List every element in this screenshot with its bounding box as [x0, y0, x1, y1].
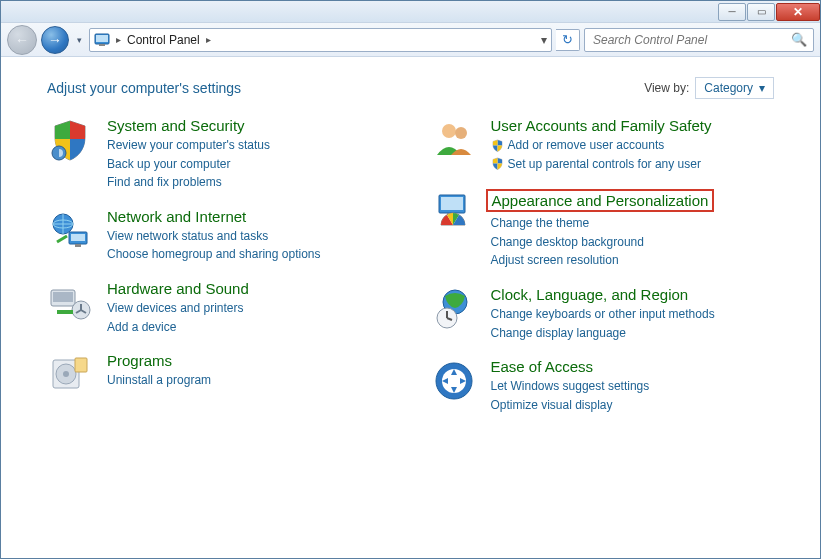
minimize-button[interactable]: ─: [718, 3, 746, 21]
back-button[interactable]: ←: [7, 25, 37, 55]
chevron-down-icon: ▾: [759, 81, 765, 95]
page-title: Adjust your computer's settings: [47, 80, 241, 96]
category-network-and-internet: Network and InternetView network status …: [47, 208, 391, 264]
svg-point-17: [442, 124, 456, 138]
category-sublink-label: View devices and printers: [107, 299, 244, 318]
search-box[interactable]: 🔍: [584, 28, 814, 52]
ease-icon[interactable]: [431, 358, 477, 404]
category-sublink[interactable]: Change desktop background: [491, 233, 715, 252]
category-sublink-label: Let Windows suggest settings: [491, 377, 650, 396]
category-sublink[interactable]: Set up parental controls for any user: [491, 155, 712, 174]
category-appearance-and-personalization: Appearance and PersonalizationChange the…: [431, 189, 775, 270]
category-body: Network and InternetView network status …: [107, 208, 320, 264]
category-sublink[interactable]: Find and fix problems: [107, 173, 270, 192]
content-header: Adjust your computer's settings View by:…: [47, 77, 774, 99]
category-sublink-label: View network status and tasks: [107, 227, 268, 246]
category-sublink[interactable]: View network status and tasks: [107, 227, 320, 246]
category-clock-language-and-region: Clock, Language, and RegionChange keyboa…: [431, 286, 775, 342]
address-dropdown-icon[interactable]: ▾: [541, 33, 547, 47]
close-button[interactable]: ✕: [776, 3, 820, 21]
forward-button[interactable]: →: [41, 26, 69, 54]
svg-rect-1: [96, 35, 108, 42]
category-sublink-label: Change desktop background: [491, 233, 644, 252]
category-title-link[interactable]: Programs: [107, 352, 211, 369]
category-body: Hardware and SoundView devices and print…: [107, 280, 249, 336]
category-sublink[interactable]: Choose homegroup and sharing options: [107, 245, 320, 264]
category-sublink[interactable]: Change display language: [491, 324, 715, 343]
category-sublink[interactable]: Back up your computer: [107, 155, 270, 174]
category-title-link[interactable]: Appearance and Personalization: [491, 189, 715, 212]
category-sublink-label: Change display language: [491, 324, 626, 343]
view-by: View by: Category ▾: [644, 77, 774, 99]
category-sublink-label: Optimize visual display: [491, 396, 613, 415]
category-body: System and SecurityReview your computer'…: [107, 117, 270, 192]
maximize-button[interactable]: ▭: [747, 3, 775, 21]
toolbar: ← → ▾ ▸ Control Panel ▸ ▾ ↻ 🔍: [1, 23, 820, 57]
category-sublink[interactable]: Optimize visual display: [491, 396, 650, 415]
category-body: ProgramsUninstall a program: [107, 352, 211, 398]
view-by-dropdown[interactable]: Category ▾: [695, 77, 774, 99]
category-sublink-label: Change keyboards or other input methods: [491, 305, 715, 324]
category-title-link[interactable]: System and Security: [107, 117, 270, 134]
control-panel-icon: [94, 32, 110, 48]
category-sublink[interactable]: Add a device: [107, 318, 249, 337]
address-bar[interactable]: ▸ Control Panel ▸ ▾: [89, 28, 552, 52]
category-sublink-label: Review your computer's status: [107, 136, 270, 155]
category-sublink[interactable]: Let Windows suggest settings: [491, 377, 650, 396]
breadcrumb-sep-icon[interactable]: ▸: [206, 34, 211, 45]
highlight-annotation: Appearance and Personalization: [486, 189, 715, 212]
content-area: Adjust your computer's settings View by:…: [1, 57, 820, 440]
svg-rect-20: [441, 197, 463, 210]
uac-shield-icon: [491, 157, 504, 170]
category-sublink-label: Add or remove user accounts: [508, 136, 665, 155]
category-sublink-label: Adjust screen resolution: [491, 251, 619, 270]
category-sublink[interactable]: Adjust screen resolution: [491, 251, 715, 270]
category-user-accounts-and-family-safety: User Accounts and Family SafetyAdd or re…: [431, 117, 775, 173]
category-sublink[interactable]: Change keyboards or other input methods: [491, 305, 715, 324]
category-sublink[interactable]: Add or remove user accounts: [491, 136, 712, 155]
nav-history-dropdown[interactable]: ▾: [73, 26, 85, 54]
category-sublink[interactable]: Uninstall a program: [107, 371, 211, 390]
programs-icon[interactable]: [47, 352, 93, 398]
svg-rect-10: [53, 292, 73, 302]
category-sublink-label: Uninstall a program: [107, 371, 211, 390]
category-title-link[interactable]: Network and Internet: [107, 208, 320, 225]
category-sublink-label: Find and fix problems: [107, 173, 222, 192]
svg-rect-8: [75, 244, 81, 247]
category-sublink[interactable]: Change the theme: [491, 214, 715, 233]
category-sublink-label: Change the theme: [491, 214, 590, 233]
search-icon[interactable]: 🔍: [791, 32, 807, 47]
appearance-icon[interactable]: [431, 189, 477, 235]
category-grid: System and SecurityReview your computer'…: [47, 117, 774, 430]
search-input[interactable]: [591, 32, 791, 48]
users-icon[interactable]: [431, 117, 477, 163]
category-ease-of-access: Ease of AccessLet Windows suggest settin…: [431, 358, 775, 414]
breadcrumb-control-panel[interactable]: Control Panel: [127, 33, 200, 47]
network-icon[interactable]: [47, 208, 93, 254]
category-body: User Accounts and Family SafetyAdd or re…: [491, 117, 712, 173]
titlebar: ─ ▭ ✕: [1, 1, 820, 23]
category-hardware-and-sound: Hardware and SoundView devices and print…: [47, 280, 391, 336]
category-programs: ProgramsUninstall a program: [47, 352, 391, 398]
category-title-link[interactable]: Hardware and Sound: [107, 280, 249, 297]
category-body: Clock, Language, and RegionChange keyboa…: [491, 286, 715, 342]
refresh-button[interactable]: ↻: [556, 29, 580, 51]
svg-rect-12: [57, 310, 73, 314]
category-title-link[interactable]: User Accounts and Family Safety: [491, 117, 712, 134]
category-title-link[interactable]: Clock, Language, and Region: [491, 286, 715, 303]
category-sublink-label: Set up parental controls for any user: [508, 155, 701, 174]
svg-rect-2: [99, 44, 105, 46]
hardware-icon[interactable]: [47, 280, 93, 326]
svg-rect-16: [75, 358, 87, 372]
category-sublink[interactable]: View devices and printers: [107, 299, 249, 318]
category-sublink-label: Add a device: [107, 318, 176, 337]
category-sublink[interactable]: Review your computer's status: [107, 136, 270, 155]
view-by-value: Category: [704, 81, 753, 95]
category-title-link[interactable]: Ease of Access: [491, 358, 650, 375]
clock-icon[interactable]: [431, 286, 477, 332]
category-body: Appearance and PersonalizationChange the…: [491, 189, 715, 270]
svg-point-18: [455, 127, 467, 139]
uac-shield-icon: [491, 139, 504, 152]
category-body: Ease of AccessLet Windows suggest settin…: [491, 358, 650, 414]
shield-icon[interactable]: [47, 117, 93, 163]
